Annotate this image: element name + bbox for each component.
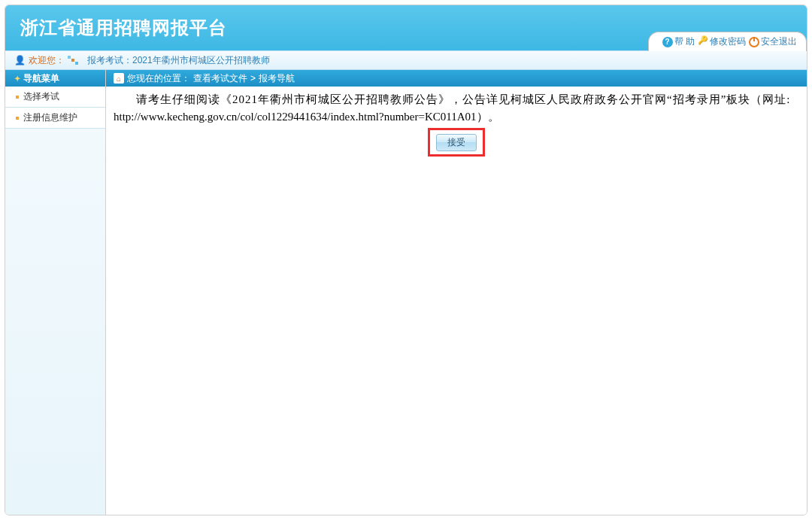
- breadcrumb: ⌂ 您现在的位置： 查看考试文件 > 报考导航: [106, 70, 807, 87]
- button-row: 接受: [114, 128, 799, 157]
- sidebar-menu-title: 导航菜单: [5, 70, 105, 87]
- notice-url: http://www.kecheng.gov.cn/col/col1229441…: [114, 108, 799, 126]
- help-label: 帮 助: [674, 35, 695, 48]
- app-title: 浙江省通用招聘网报平台: [20, 16, 227, 40]
- help-link[interactable]: ? 帮 助: [662, 35, 695, 48]
- breadcrumb-prefix: 您现在的位置：: [127, 72, 190, 85]
- content-area: ⌂ 您现在的位置： 查看考试文件 > 报考导航 请考生仔细阅读《2021年衢州市…: [106, 70, 807, 515]
- sidebar-item-label: 选择考试: [23, 90, 59, 103]
- key-icon: [698, 37, 708, 47]
- content-body: 请考生仔细阅读《2021年衢州市柯城区公开招聘教师公告》，公告详见柯城区人民政府…: [106, 87, 807, 161]
- welcome-text: 欢迎您：: [29, 54, 65, 67]
- bullet-icon: [16, 117, 19, 120]
- sidebar-item-register-info[interactable]: 注册信息维护: [5, 108, 105, 129]
- logout-label: 安全退出: [761, 35, 797, 48]
- breadcrumb-location: 查看考试文件: [193, 72, 247, 85]
- breadcrumb-separator: >: [250, 73, 256, 84]
- power-icon: [749, 37, 759, 47]
- accept-button[interactable]: 接受: [436, 134, 477, 151]
- exam-name: 2021年衢州市柯城区公开招聘教师: [132, 54, 270, 67]
- breadcrumb-nav: 报考导航: [259, 72, 295, 85]
- change-password-label: 修改密码: [710, 35, 746, 48]
- change-password-link[interactable]: 修改密码: [698, 35, 746, 48]
- app-header: 浙江省通用招聘网报平台 ? 帮 助 修改密码 安全退出: [5, 5, 807, 50]
- user-icon: 👤: [14, 55, 26, 65]
- sidebar: 导航菜单 选择考试 注册信息维护: [5, 70, 106, 515]
- help-icon: ?: [662, 37, 673, 47]
- sidebar-item-select-exam[interactable]: 选择考试: [5, 87, 105, 108]
- header-actions: ? 帮 助 修改密码 安全退出: [648, 32, 807, 51]
- logout-link[interactable]: 安全退出: [749, 35, 797, 48]
- accept-button-highlight: 接受: [428, 128, 485, 157]
- notice-line1: 请考生仔细阅读《2021年衢州市柯城区公开招聘教师公告》，公告详见柯城区人民政府…: [114, 91, 799, 108]
- exam-label: 报考考试：: [87, 54, 132, 67]
- pixel-decoration-icon: [68, 56, 78, 65]
- sub-header-bar: 👤 欢迎您： 报考考试： 2021年衢州市柯城区公开招聘教师: [5, 50, 807, 70]
- sidebar-item-label: 注册信息维护: [23, 111, 77, 124]
- home-icon: ⌂: [114, 73, 124, 84]
- bullet-icon: [16, 96, 19, 99]
